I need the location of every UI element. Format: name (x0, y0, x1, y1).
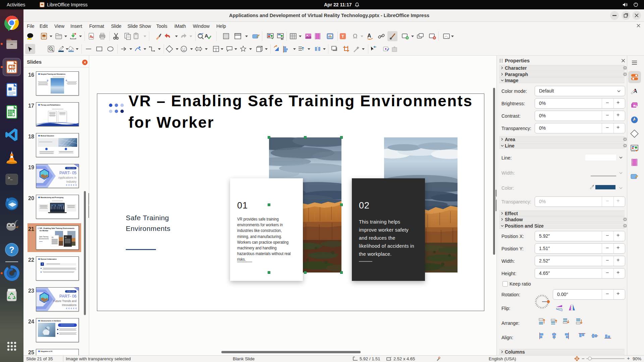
svg-text:PART- 06: PART- 06 (59, 294, 76, 299)
svg-text:02: 02 (65, 236, 67, 238)
svg-text:VR - Enabling Safe Training En: VR - Enabling Safe Training Environments (40, 227, 74, 229)
svg-text:YOUR LOGO: YOUR LOGO (67, 291, 75, 292)
svg-text:Safe Training: Safe Training (39, 236, 49, 238)
svg-text:T: T (341, 34, 344, 39)
svg-text:for Worker: for Worker (40, 230, 48, 232)
svg-text:Ω: Ω (353, 33, 357, 40)
svg-text:Innovations: Innovations (62, 303, 76, 307)
svg-text:PART- 05: PART- 05 (59, 171, 76, 175)
svg-text:A: A (367, 33, 371, 39)
svg-text:A: A (205, 33, 208, 39)
svg-text:Industry: Industry (66, 180, 77, 183)
svg-text:?: ? (9, 245, 14, 255)
svg-text:Future Trends and: Future Trends and (53, 299, 77, 303)
svg-text:A: A (90, 35, 92, 39)
svg-text:Environments: Environments (39, 238, 49, 240)
svg-text:Applications in: Applications in (58, 176, 76, 179)
svg-text:YOUR LOGO: YOUR LOGO (67, 167, 75, 169)
svg-text:>_: >_ (8, 176, 13, 181)
svg-text:01: 01 (52, 236, 54, 238)
